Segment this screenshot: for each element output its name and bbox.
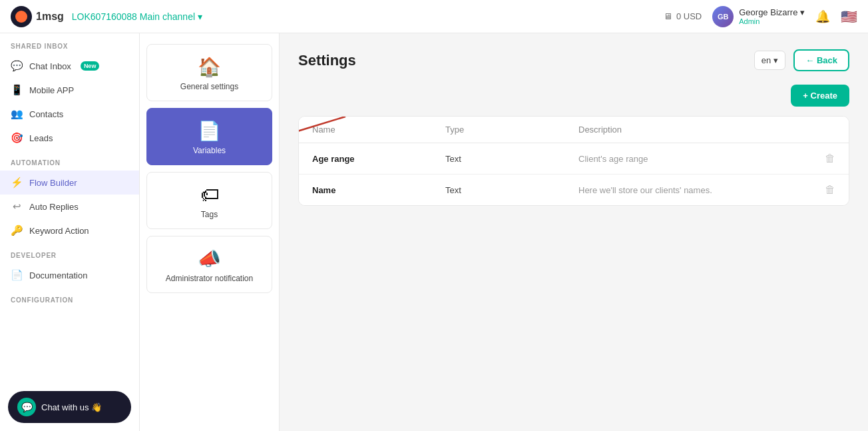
chat-button-label: Chat with us 👋 bbox=[41, 402, 102, 412]
main-layout: SHARED INBOX 💬 Chat Inbox New 📱 Mobile A… bbox=[0, 33, 868, 431]
row1-type: Text bbox=[445, 154, 578, 164]
sidebar-item-contacts[interactable]: 👥 Contacts bbox=[0, 102, 139, 126]
variables-label: Variables bbox=[193, 146, 226, 155]
tags-icon: 🏷 bbox=[200, 186, 219, 205]
sidebar-item-label: Chat Inbox bbox=[29, 61, 71, 71]
sidebar-item-label: Contacts bbox=[29, 109, 63, 119]
topbar-right: 🖥 0 USD GB George Bizarre ▾ Admin 🔔 🇺🇸 bbox=[664, 6, 857, 27]
admin-notification-label: Administrator notification bbox=[166, 274, 253, 283]
general-settings-label: General settings bbox=[180, 82, 238, 91]
col-actions-header bbox=[802, 125, 835, 135]
flow-builder-icon: ⚡ bbox=[11, 177, 23, 189]
sidebar-item-label: Mobile APP bbox=[29, 85, 74, 95]
chat-with-us-button[interactable]: 💬 Chat with us 👋 bbox=[8, 391, 131, 423]
logo-text: 1msg bbox=[36, 11, 64, 23]
topbar: 1msg LOK607160088 Main channel ▾ 🖥 0 USD… bbox=[0, 0, 868, 33]
avatar: GB bbox=[712, 6, 734, 27]
section-automation: AUTOMATION bbox=[0, 150, 139, 171]
main-content: Settings en ▾ ← Back + Create bbox=[280, 33, 868, 431]
settings-card-general[interactable]: 🏠 General settings bbox=[146, 44, 272, 101]
create-button[interactable]: + Create bbox=[791, 85, 849, 107]
table-row: Name Text Here we'll store our clients' … bbox=[299, 175, 849, 205]
language-flag-icon[interactable]: 🇺🇸 bbox=[841, 9, 857, 25]
sidebar-item-flow-builder[interactable]: ⚡ Flow Builder bbox=[0, 171, 139, 195]
settings-card-tags[interactable]: 🏷 Tags bbox=[146, 172, 272, 229]
sidebar-item-label: Documentation bbox=[29, 270, 87, 280]
sidebar-item-label: Auto Replies bbox=[29, 202, 79, 212]
section-configuration: CONFIGURATION bbox=[0, 287, 139, 308]
table-row: Age range Text Client's age range 🗑 bbox=[299, 143, 849, 175]
sidebar: SHARED INBOX 💬 Chat Inbox New 📱 Mobile A… bbox=[0, 33, 140, 431]
auto-replies-icon: ↩ bbox=[11, 201, 23, 213]
sidebar-item-documentation[interactable]: 📄 Documentation bbox=[0, 263, 139, 287]
monitor-icon: 🖥 bbox=[664, 11, 672, 21]
documentation-icon: 📄 bbox=[11, 269, 23, 281]
channel-selector[interactable]: LOK607160088 Main channel ▾ bbox=[72, 11, 202, 22]
sidebar-item-leads[interactable]: 🎯 Leads bbox=[0, 126, 139, 150]
action-row: + Create bbox=[298, 85, 849, 107]
general-settings-icon: 🏠 bbox=[198, 58, 221, 77]
sidebar-item-label: Keyword Action bbox=[29, 226, 89, 236]
settings-card-admin-notification[interactable]: 📣 Administrator notification bbox=[146, 236, 272, 293]
user-role: Admin bbox=[739, 17, 805, 25]
row2-type: Text bbox=[445, 185, 578, 195]
notification-bell-icon[interactable]: 🔔 bbox=[815, 9, 830, 24]
new-badge: New bbox=[81, 61, 100, 71]
keyword-action-icon: 🔑 bbox=[11, 224, 23, 236]
variables-icon: 📄 bbox=[198, 122, 221, 141]
row2-delete-button[interactable]: 🗑 bbox=[802, 184, 835, 196]
settings-card-variables[interactable]: 📄 Variables bbox=[146, 108, 272, 165]
user-name: George Bizarre ▾ bbox=[739, 7, 805, 17]
settings-area: 🏠 General settings 📄 Variables 🏷 Tags 📣 … bbox=[140, 33, 868, 431]
sidebar-item-auto-replies[interactable]: ↩ Auto Replies bbox=[0, 195, 139, 218]
sidebar-item-label: Flow Builder bbox=[29, 178, 77, 188]
tags-label: Tags bbox=[201, 210, 218, 219]
lang-label: en bbox=[761, 55, 771, 65]
variables-table: Name Type Description Age range Text Cli… bbox=[298, 116, 849, 206]
leads-icon: 🎯 bbox=[11, 132, 23, 144]
user-menu[interactable]: GB George Bizarre ▾ Admin bbox=[712, 6, 805, 27]
row2-description: Here we'll store our clients' names. bbox=[578, 185, 802, 195]
mobile-app-icon: 📱 bbox=[11, 84, 23, 96]
col-type-header: Type bbox=[445, 125, 578, 135]
sidebar-item-label: Leads bbox=[29, 133, 53, 143]
header-right: en ▾ ← Back bbox=[754, 49, 849, 71]
settings-sidebar: 🏠 General settings 📄 Variables 🏷 Tags 📣 … bbox=[140, 33, 280, 431]
chevron-down-icon: ▾ bbox=[773, 55, 778, 65]
row1-name: Age range bbox=[312, 154, 445, 164]
col-name-header: Name bbox=[312, 125, 445, 135]
section-shared-inbox: SHARED INBOX bbox=[0, 33, 139, 54]
col-description-header: Description bbox=[578, 125, 802, 135]
balance-amount: 0 USD bbox=[676, 11, 702, 21]
table-header: Name Type Description bbox=[299, 117, 849, 143]
table-with-arrows: Name Type Description Age range Text Cli… bbox=[299, 117, 849, 205]
back-button[interactable]: ← Back bbox=[793, 49, 849, 71]
sidebar-item-chat-inbox[interactable]: 💬 Chat Inbox New bbox=[0, 54, 139, 78]
page-title: Settings bbox=[298, 52, 356, 69]
logo-icon bbox=[11, 6, 32, 27]
admin-notification-icon: 📣 bbox=[198, 250, 221, 268]
contacts-icon: 👥 bbox=[11, 108, 23, 120]
logo: 1msg bbox=[11, 6, 64, 27]
row2-name: Name bbox=[312, 185, 445, 195]
chat-inbox-icon: 💬 bbox=[11, 60, 23, 72]
user-name-block: George Bizarre ▾ Admin bbox=[739, 7, 805, 25]
lang-selector[interactable]: en ▾ bbox=[754, 51, 785, 70]
row1-description: Client's age range bbox=[578, 154, 802, 164]
page-header: Settings en ▾ ← Back bbox=[298, 49, 849, 71]
sidebar-item-keyword-action[interactable]: 🔑 Keyword Action bbox=[0, 218, 139, 242]
section-developer: DEVELOPER bbox=[0, 242, 139, 263]
chat-bubble-icon: 💬 bbox=[17, 398, 36, 416]
balance-display: 🖥 0 USD bbox=[664, 11, 702, 21]
topbar-left: 1msg LOK607160088 Main channel ▾ bbox=[11, 6, 202, 27]
row1-delete-button[interactable]: 🗑 bbox=[802, 153, 835, 165]
sidebar-item-mobile-app[interactable]: 📱 Mobile APP bbox=[0, 78, 139, 102]
